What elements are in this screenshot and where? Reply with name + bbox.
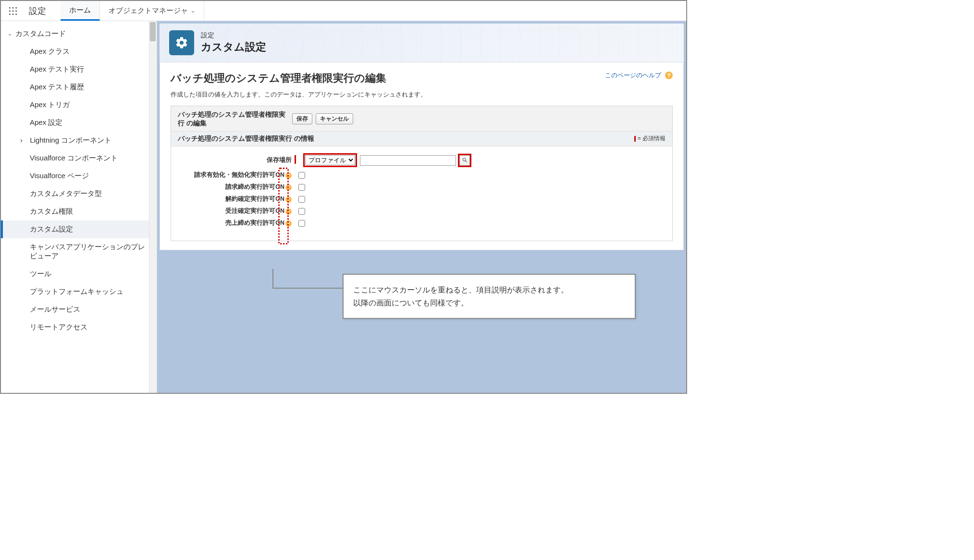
save-button[interactable]: 保存 — [292, 113, 312, 124]
sidebar-item-label: Apex テスト実行 — [30, 65, 84, 73]
sidebar-item-vf-component[interactable]: Visualforce コンポーネント — [1, 149, 157, 167]
sidebar-item-label: メールサービス — [30, 305, 80, 313]
sidebar-item-label: Apex テスト履歴 — [30, 83, 84, 91]
checkbox-sales-close[interactable] — [298, 220, 305, 227]
field-label-cancel-confirm: 解約確定実行許可ON? — [180, 195, 293, 203]
panel-title: バッチ処理のシステム管理者権限実行 の編集 — [178, 110, 288, 127]
svg-point-1 — [12, 7, 13, 8]
callout-text-2: 以降の画面についても同様です。 — [353, 296, 625, 309]
sidebar-item-label: カスタム設定 — [30, 225, 73, 233]
sidebar-item-label: プラットフォームキャッシュ — [30, 287, 123, 295]
sidebar-item-label: カスタムメタデータ型 — [30, 189, 102, 197]
tab-object-manager[interactable]: オブジェクトマネージャ ⌄ — [100, 1, 204, 21]
help-icon[interactable]: ? — [285, 184, 292, 191]
edit-panel: バッチ処理のシステム管理者権限実行 の編集 保存 キャンセル バッチ処理のシステ… — [171, 106, 673, 241]
sidebar-item-canvas-previewer[interactable]: キャンバスアプリケーションのプレビューア — [1, 238, 157, 265]
tab-label: ホーム — [69, 6, 91, 15]
required-legend: = 必須情報 — [634, 134, 666, 143]
app-launcher-icon[interactable] — [1, 1, 25, 21]
chevron-right-icon: › — [20, 136, 28, 144]
page-header: 設定 カスタム設定 — [160, 24, 684, 62]
content-description: 作成した項目の値を入力します。このデータは、アプリケーションにキャッシュされます… — [171, 90, 673, 99]
sidebar-item-lightning-components[interactable]: › Lightning コンポーネント — [1, 132, 157, 149]
help-link[interactable]: このページのヘルプ ? — [605, 71, 673, 80]
section-title: バッチ処理のシステム管理者権限実行 の情報 — [178, 134, 314, 143]
tab-label: オブジェクトマネージャ — [109, 6, 188, 15]
svg-point-2 — [15, 7, 17, 8]
lookup-button[interactable] — [459, 155, 470, 166]
svg-point-7 — [12, 13, 13, 15]
field-label-sales-close: 売上締め実行許可ON? — [180, 219, 293, 227]
help-link-label: このページのヘルプ — [605, 72, 661, 79]
sidebar-item-label: Lightning コンポーネント — [30, 136, 111, 144]
checkbox-billing-close[interactable] — [298, 184, 305, 191]
sidebar-item-label: Visualforce ページ — [30, 171, 89, 180]
svg-point-4 — [12, 10, 13, 12]
field-label-billing-close: 請求締め実行許可ON? — [180, 183, 293, 191]
sidebar-scrollbar[interactable] — [149, 21, 157, 393]
gear-icon — [169, 30, 194, 55]
sidebar-item-apex-test-run[interactable]: Apex テスト実行 — [1, 61, 157, 78]
sidebar-item-vf-page[interactable]: Visualforce ページ — [1, 167, 157, 185]
field-label-order-confirm: 受注確定実行許可ON? — [180, 207, 293, 215]
sidebar-item-mail-service[interactable]: メールサービス — [1, 301, 157, 318]
checkbox-order-confirm[interactable] — [298, 208, 305, 215]
callout-text-1: ここにマウスカーソルを重ねると、項目説明が表示されます。 — [353, 283, 625, 296]
sidebar-item-tools[interactable]: ツール — [1, 265, 157, 283]
top-bar: 設定 ホーム オブジェクトマネージャ ⌄ — [1, 1, 686, 21]
sidebar-item-label: キャンバスアプリケーションのプレビューア — [30, 243, 145, 260]
field-label-billing-enable: 請求有効化・無効化実行許可ON? — [180, 171, 293, 179]
help-icon[interactable]: ? — [285, 196, 292, 203]
sidebar-item-apex-test-history[interactable]: Apex テスト履歴 — [1, 78, 157, 96]
sidebar-item-label: Apex トリガ — [30, 100, 70, 109]
help-icon: ? — [665, 72, 673, 79]
main-area: 設定 カスタム設定 このページのヘルプ ? バッチ処理のシステム管理者権限実行の… — [157, 21, 686, 393]
svg-point-0 — [9, 7, 11, 8]
sidebar-item-apex-trigger[interactable]: Apex トリガ — [1, 96, 157, 114]
sidebar-item-label: Apex クラス — [30, 47, 70, 55]
cancel-button[interactable]: キャンセル — [316, 113, 353, 124]
breadcrumb: 設定 — [201, 31, 266, 40]
sidebar-item-label: ツール — [30, 269, 51, 278]
sidebar-item-label: Apex 設定 — [30, 118, 62, 126]
checkbox-billing-enable[interactable] — [298, 172, 305, 179]
sidebar-group-custom-code[interactable]: ⌄ カスタムコード — [1, 25, 157, 43]
annotation-callout: ここにマウスカーソルを重ねると、項目説明が表示されます。 以降の画面についても同… — [343, 274, 636, 319]
tab-home[interactable]: ホーム — [61, 1, 100, 21]
search-icon — [462, 157, 468, 163]
field-label-location: 保存場所 — [180, 156, 293, 164]
svg-point-5 — [15, 10, 17, 12]
sidebar-item-apex-settings[interactable]: Apex 設定 — [1, 114, 157, 132]
help-icon[interactable]: ? — [285, 172, 292, 179]
svg-point-3 — [9, 10, 11, 12]
svg-point-6 — [9, 13, 11, 15]
chevron-down-icon: ⌄ — [8, 31, 15, 37]
help-icon[interactable]: ? — [285, 208, 292, 215]
sidebar-item-custom-metadata[interactable]: カスタムメタデータ型 — [1, 185, 157, 203]
app-name: 設定 — [25, 1, 61, 21]
svg-point-8 — [15, 13, 17, 15]
sidebar-item-remote-access[interactable]: リモートアクセス — [1, 318, 157, 336]
content: このページのヘルプ ? バッチ処理のシステム管理者権限実行の編集 作成した項目の… — [160, 62, 684, 250]
annotation-highlight — [278, 168, 289, 244]
help-icon[interactable]: ? — [285, 220, 292, 227]
checkbox-cancel-confirm[interactable] — [298, 196, 305, 203]
location-input[interactable] — [360, 155, 456, 166]
sidebar: ⌄ カスタムコード Apex クラス Apex テスト実行 Apex テスト履歴… — [1, 21, 157, 393]
scrollbar-thumb[interactable] — [150, 22, 156, 41]
sidebar-item-label: カスタム権限 — [30, 207, 73, 215]
location-select[interactable]: プロファイル — [305, 155, 355, 165]
annotation-connector — [271, 269, 347, 298]
content-heading: バッチ処理のシステム管理者権限実行の編集 — [171, 71, 673, 85]
sidebar-item-label: リモートアクセス — [30, 323, 87, 331]
sidebar-item-apex-class[interactable]: Apex クラス — [1, 43, 157, 61]
page-title: カスタム設定 — [201, 40, 266, 54]
sidebar-group-label: カスタムコード — [15, 29, 66, 38]
chevron-down-icon: ⌄ — [191, 8, 195, 14]
sidebar-item-label: Visualforce コンポーネント — [30, 154, 118, 162]
sidebar-item-custom-permission[interactable]: カスタム権限 — [1, 203, 157, 220]
sidebar-item-custom-settings[interactable]: カスタム設定 — [1, 220, 157, 238]
sidebar-item-platform-cache[interactable]: プラットフォームキャッシュ — [1, 283, 157, 301]
